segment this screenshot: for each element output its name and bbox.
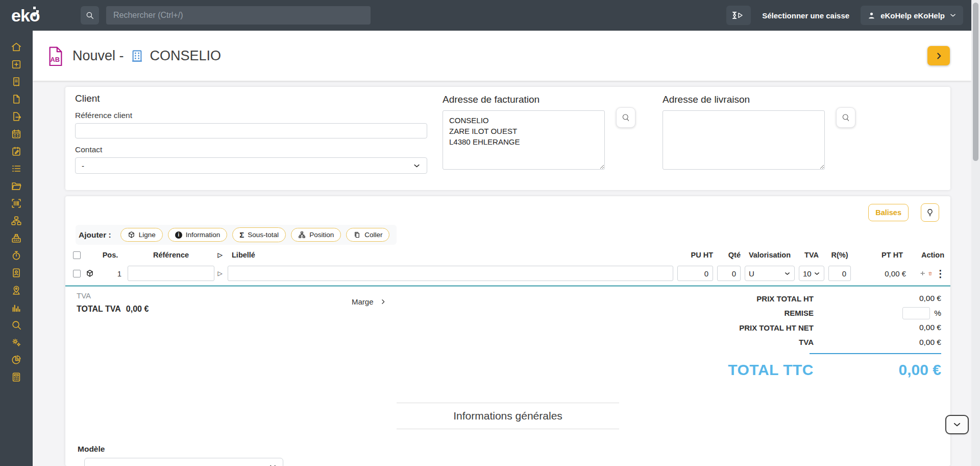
- user-menu-button[interactable]: eKoHelp eKoHelp: [861, 6, 963, 25]
- topbar: eko Sélectionner une caisse eKoHelp eKoH…: [0, 0, 971, 31]
- row-pu-ht-input[interactable]: [677, 266, 713, 281]
- shipping-search-button[interactable]: [836, 107, 855, 128]
- sidebar-item-folder-open[interactable]: [9, 180, 24, 192]
- search-icon: [11, 319, 22, 331]
- marge-toggle[interactable]: Marge: [352, 297, 386, 306]
- add-coller-button[interactable]: Coller: [346, 228, 389, 242]
- ttc-divider: [810, 353, 941, 354]
- sidebar-item-sitemap[interactable]: [9, 215, 24, 226]
- select-all-checkbox[interactable]: [73, 251, 81, 259]
- search-icon: [85, 11, 94, 20]
- company-name: CONSELIO: [150, 48, 222, 64]
- add-position-button[interactable]: Position: [291, 228, 341, 242]
- add-ligne-button[interactable]: Ligne: [120, 228, 163, 242]
- topbar-right: Sélectionner une caisse eKoHelp eKoHelp: [726, 6, 963, 25]
- expand-arrow-icon[interactable]: ▷: [214, 251, 226, 259]
- row-remise-input[interactable]: [828, 266, 851, 281]
- chevron-down-icon: [784, 270, 791, 277]
- total-row: TVA 0,00 €: [701, 335, 941, 350]
- client-column: Client Référence client Contact -: [75, 93, 427, 174]
- search-icon: [621, 113, 630, 122]
- session-timer-button[interactable]: [726, 6, 751, 25]
- next-button[interactable]: [927, 46, 950, 65]
- sidebar-item-calculator[interactable]: [9, 371, 24, 383]
- row-checkbox[interactable]: [73, 270, 81, 277]
- add-position-label: Position: [309, 231, 334, 239]
- billing-search-button[interactable]: [616, 107, 635, 128]
- remise-input[interactable]: [902, 307, 930, 319]
- expand-arrow-icon[interactable]: ▷: [214, 270, 226, 277]
- add-coller-label: Coller: [364, 231, 382, 239]
- sidebar-item-calendar-edit[interactable]: [9, 145, 24, 157]
- row-qte-input[interactable]: [717, 266, 741, 281]
- eko-logo[interactable]: eko: [11, 6, 51, 26]
- row-valorisation-select[interactable]: U: [745, 266, 795, 281]
- tva-total-label: TVA: [799, 338, 814, 346]
- header-pt-ht: PT HT: [851, 251, 920, 259]
- add-sous-total-label: Sous-total: [248, 231, 279, 239]
- gears-icon: [11, 337, 22, 348]
- row-tva-select[interactable]: 10: [799, 266, 824, 281]
- sigma-icon: Σ: [239, 230, 244, 239]
- total-ttc-label: TOTAL TTC: [728, 361, 814, 379]
- balises-button[interactable]: Balises: [868, 204, 909, 221]
- row-menu-icon[interactable]: ⋮: [936, 269, 945, 278]
- sidebar-item-bar-chart[interactable]: [9, 301, 24, 313]
- total-tva-label: TOTAL TVA: [77, 305, 121, 314]
- chevron-down-icon: [952, 420, 962, 429]
- total-row: PRIX TOTAL HT 0,00 €: [701, 291, 941, 306]
- sidebar-item-search[interactable]: [9, 319, 24, 331]
- title-prefix: Nouvel -: [72, 48, 124, 64]
- sidebar-item-document[interactable]: [9, 93, 24, 105]
- sidebar-item-settings[interactable]: [9, 336, 24, 348]
- modele-label: Modèle: [78, 445, 105, 453]
- header-pu-ht: PU HT: [677, 251, 713, 259]
- vertical-scrollbar[interactable]: [971, 0, 980, 466]
- header-reference: Référence: [128, 251, 214, 259]
- client-reference-input[interactable]: [75, 123, 427, 138]
- move-icon[interactable]: [920, 269, 925, 278]
- remise-unit: %: [934, 309, 941, 318]
- divider: [397, 429, 619, 429]
- add-sous-total-button[interactable]: Σ Sous-total: [232, 227, 286, 242]
- total-ttc-value: 0,00 €: [814, 361, 941, 379]
- pie-chart-icon: [11, 354, 22, 365]
- add-ligne-label: Ligne: [139, 231, 156, 239]
- row-reference-input[interactable]: [128, 266, 214, 281]
- add-information-button[interactable]: i Information: [168, 228, 228, 242]
- divider: [397, 403, 619, 403]
- marge-label: Marge: [352, 297, 374, 306]
- items-card: Balises Ajouter : Ligne i Information Σ …: [65, 196, 950, 466]
- trash-icon[interactable]: [928, 269, 933, 278]
- sidebar-item-receipt[interactable]: [9, 76, 24, 87]
- chevron-down-icon: [949, 12, 957, 19]
- shipping-address-textarea[interactable]: [663, 110, 825, 170]
- collapse-panel-button[interactable]: [945, 415, 969, 434]
- modele-select[interactable]: -: [84, 458, 283, 466]
- sidebar-item-id-badge[interactable]: [9, 267, 24, 278]
- contact-select[interactable]: -: [75, 157, 427, 174]
- select-caisse-button[interactable]: Sélectionner une caisse: [759, 11, 852, 20]
- global-search-input[interactable]: [106, 6, 371, 25]
- cube-icon: [86, 269, 94, 277]
- sidebar-item-pie-chart[interactable]: [9, 354, 24, 365]
- billing-address-textarea[interactable]: [443, 110, 605, 170]
- hint-button[interactable]: [921, 203, 939, 222]
- sidebar-item-stopwatch[interactable]: [9, 249, 24, 261]
- task-list-icon: [11, 163, 22, 174]
- header-remise-pct: R(%): [828, 251, 851, 259]
- row-libelle-input[interactable]: [228, 266, 673, 281]
- page-title: Nouvel - CONSELIO: [72, 48, 221, 64]
- sidebar-item-map-marker[interactable]: [9, 284, 24, 296]
- prix-total-ht-net-label: PRIX TOTAL HT NET: [739, 323, 814, 332]
- scrollbar-thumb[interactable]: [973, 3, 978, 161]
- contact-label: Contact: [75, 145, 427, 154]
- sidebar-item-barcode-scanner[interactable]: [9, 197, 24, 209]
- sidebar-item-cash-register[interactable]: [9, 232, 24, 244]
- sidebar-item-document-export[interactable]: [9, 110, 24, 122]
- sidebar-item-task-list[interactable]: [9, 162, 24, 174]
- topbar-search-button[interactable]: [81, 6, 99, 25]
- sidebar-item-home[interactable]: [9, 41, 24, 53]
- sidebar-item-add-document[interactable]: [9, 58, 24, 70]
- sidebar-item-calendar[interactable]: [9, 128, 24, 139]
